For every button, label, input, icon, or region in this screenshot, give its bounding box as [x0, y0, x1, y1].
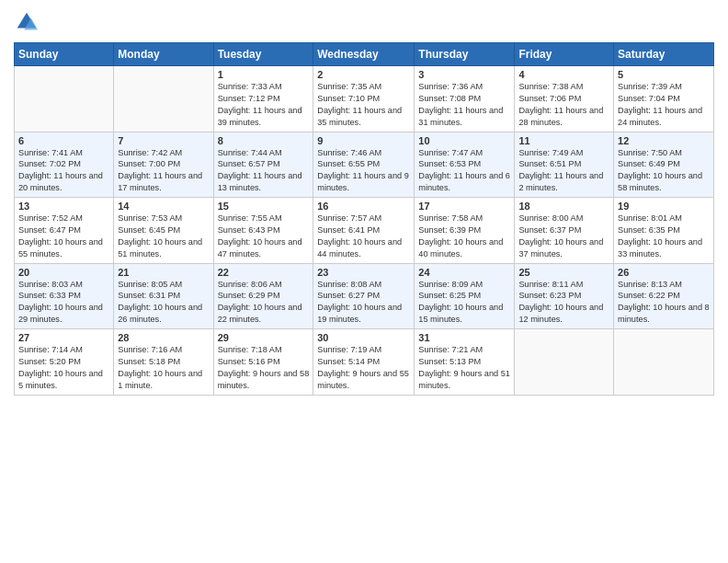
day-info: Sunrise: 7:21 AMSunset: 5:13 PMDaylight:…	[418, 344, 510, 392]
day-number: 21	[118, 267, 209, 278]
day-number: 10	[418, 135, 510, 146]
day-info: Sunrise: 7:50 AMSunset: 6:49 PMDaylight:…	[618, 147, 710, 195]
day-number: 5	[618, 69, 710, 80]
weekday-header-monday: Monday	[114, 43, 213, 66]
day-info: Sunrise: 7:53 AMSunset: 6:45 PMDaylight:…	[118, 213, 209, 260]
day-number: 20	[18, 267, 109, 278]
calendar-cell: 7Sunrise: 7:42 AMSunset: 7:00 PMDaylight…	[114, 132, 213, 198]
calendar-cell: 29Sunrise: 7:18 AMSunset: 5:16 PMDayligh…	[213, 329, 313, 396]
calendar-cell: 16Sunrise: 7:57 AMSunset: 6:41 PMDayligh…	[313, 198, 415, 264]
calendar-cell: 22Sunrise: 8:06 AMSunset: 6:29 PMDayligh…	[213, 263, 313, 329]
day-number: 25	[518, 267, 609, 278]
calendar-cell: 2Sunrise: 7:35 AMSunset: 7:10 PMDaylight…	[313, 66, 415, 132]
calendar-cell: 15Sunrise: 7:55 AMSunset: 6:43 PMDayligh…	[213, 198, 313, 264]
day-number: 31	[418, 332, 510, 343]
header	[14, 9, 714, 35]
day-info: Sunrise: 8:03 AMSunset: 6:33 PMDaylight:…	[18, 279, 109, 327]
calendar-page: SundayMondayTuesdayWednesdayThursdayFrid…	[0, 0, 728, 563]
day-info: Sunrise: 7:49 AMSunset: 6:51 PMDaylight:…	[518, 147, 609, 195]
day-number: 4	[518, 69, 609, 80]
calendar-table: SundayMondayTuesdayWednesdayThursdayFrid…	[14, 42, 714, 396]
day-info: Sunrise: 8:13 AMSunset: 6:22 PMDaylight:…	[618, 279, 710, 327]
weekday-header-sunday: Sunday	[15, 43, 114, 66]
calendar-cell	[515, 329, 614, 396]
logo-icon	[14, 9, 40, 35]
day-info: Sunrise: 8:08 AMSunset: 6:27 PMDaylight:…	[317, 279, 410, 327]
calendar-cell: 26Sunrise: 8:13 AMSunset: 6:22 PMDayligh…	[614, 263, 714, 329]
calendar-cell: 28Sunrise: 7:16 AMSunset: 5:18 PMDayligh…	[114, 329, 213, 396]
day-number: 26	[618, 267, 710, 278]
day-info: Sunrise: 7:44 AMSunset: 6:57 PMDaylight:…	[218, 147, 310, 195]
day-info: Sunrise: 7:33 AMSunset: 7:12 PMDaylight:…	[218, 81, 310, 129]
day-info: Sunrise: 8:06 AMSunset: 6:29 PMDaylight:…	[218, 279, 310, 327]
day-info: Sunrise: 7:35 AMSunset: 7:10 PMDaylight:…	[317, 81, 410, 129]
day-number: 23	[317, 267, 410, 278]
weekday-header-row: SundayMondayTuesdayWednesdayThursdayFrid…	[15, 43, 714, 66]
day-info: Sunrise: 7:36 AMSunset: 7:08 PMDaylight:…	[418, 81, 510, 129]
calendar-cell: 3Sunrise: 7:36 AMSunset: 7:08 PMDaylight…	[415, 66, 515, 132]
calendar-cell: 30Sunrise: 7:19 AMSunset: 5:14 PMDayligh…	[313, 329, 415, 396]
calendar-cell: 9Sunrise: 7:46 AMSunset: 6:55 PMDaylight…	[313, 132, 415, 198]
calendar-cell: 11Sunrise: 7:49 AMSunset: 6:51 PMDayligh…	[515, 132, 614, 198]
calendar-week-row: 20Sunrise: 8:03 AMSunset: 6:33 PMDayligh…	[15, 263, 714, 329]
calendar-cell: 27Sunrise: 7:14 AMSunset: 5:20 PMDayligh…	[15, 329, 114, 396]
day-number: 12	[618, 135, 710, 146]
calendar-cell	[614, 329, 714, 396]
calendar-week-row: 6Sunrise: 7:41 AMSunset: 7:02 PMDaylight…	[15, 132, 714, 198]
day-number: 13	[18, 201, 109, 212]
day-info: Sunrise: 8:00 AMSunset: 6:37 PMDaylight:…	[518, 213, 609, 260]
calendar-cell: 17Sunrise: 7:58 AMSunset: 6:39 PMDayligh…	[415, 198, 515, 264]
calendar-cell: 5Sunrise: 7:39 AMSunset: 7:04 PMDaylight…	[614, 66, 714, 132]
weekday-header-saturday: Saturday	[614, 43, 714, 66]
day-number: 6	[18, 135, 109, 146]
calendar-cell: 14Sunrise: 7:53 AMSunset: 6:45 PMDayligh…	[114, 198, 213, 264]
calendar-cell: 18Sunrise: 8:00 AMSunset: 6:37 PMDayligh…	[515, 198, 614, 264]
day-info: Sunrise: 7:58 AMSunset: 6:39 PMDaylight:…	[418, 213, 510, 260]
day-info: Sunrise: 7:55 AMSunset: 6:43 PMDaylight:…	[218, 213, 310, 260]
calendar-cell: 21Sunrise: 8:05 AMSunset: 6:31 PMDayligh…	[114, 263, 213, 329]
calendar-cell: 24Sunrise: 8:09 AMSunset: 6:25 PMDayligh…	[415, 263, 515, 329]
calendar-cell: 10Sunrise: 7:47 AMSunset: 6:53 PMDayligh…	[415, 132, 515, 198]
day-number: 28	[118, 332, 209, 343]
day-info: Sunrise: 7:19 AMSunset: 5:14 PMDaylight:…	[317, 344, 410, 392]
day-number: 15	[218, 201, 310, 212]
day-number: 19	[618, 201, 710, 212]
day-number: 11	[518, 135, 609, 146]
day-number: 8	[218, 135, 310, 146]
day-info: Sunrise: 7:14 AMSunset: 5:20 PMDaylight:…	[18, 344, 109, 392]
calendar-cell: 4Sunrise: 7:38 AMSunset: 7:06 PMDaylight…	[515, 66, 614, 132]
day-number: 29	[218, 332, 310, 343]
day-info: Sunrise: 7:52 AMSunset: 6:47 PMDaylight:…	[18, 213, 109, 260]
day-info: Sunrise: 7:41 AMSunset: 7:02 PMDaylight:…	[18, 147, 109, 195]
day-number: 24	[418, 267, 510, 278]
calendar-week-row: 27Sunrise: 7:14 AMSunset: 5:20 PMDayligh…	[15, 329, 714, 396]
day-info: Sunrise: 7:16 AMSunset: 5:18 PMDaylight:…	[118, 344, 209, 392]
day-info: Sunrise: 8:05 AMSunset: 6:31 PMDaylight:…	[118, 279, 209, 327]
calendar-cell: 13Sunrise: 7:52 AMSunset: 6:47 PMDayligh…	[15, 198, 114, 264]
day-info: Sunrise: 7:47 AMSunset: 6:53 PMDaylight:…	[418, 147, 510, 195]
calendar-cell: 8Sunrise: 7:44 AMSunset: 6:57 PMDaylight…	[213, 132, 313, 198]
day-number: 7	[118, 135, 209, 146]
day-info: Sunrise: 8:01 AMSunset: 6:35 PMDaylight:…	[618, 213, 710, 260]
weekday-header-friday: Friday	[515, 43, 614, 66]
calendar-cell: 31Sunrise: 7:21 AMSunset: 5:13 PMDayligh…	[415, 329, 515, 396]
weekday-header-tuesday: Tuesday	[213, 43, 313, 66]
day-info: Sunrise: 7:39 AMSunset: 7:04 PMDaylight:…	[618, 81, 710, 129]
calendar-cell: 25Sunrise: 8:11 AMSunset: 6:23 PMDayligh…	[515, 263, 614, 329]
day-number: 9	[317, 135, 410, 146]
weekday-header-thursday: Thursday	[415, 43, 515, 66]
day-info: Sunrise: 7:46 AMSunset: 6:55 PMDaylight:…	[317, 147, 410, 195]
day-number: 3	[418, 69, 510, 80]
day-number: 27	[18, 332, 109, 343]
day-number: 22	[218, 267, 310, 278]
calendar-cell	[15, 66, 114, 132]
day-info: Sunrise: 8:11 AMSunset: 6:23 PMDaylight:…	[518, 279, 609, 327]
day-info: Sunrise: 7:57 AMSunset: 6:41 PMDaylight:…	[317, 213, 410, 260]
day-number: 1	[218, 69, 310, 80]
day-number: 30	[317, 332, 410, 343]
day-info: Sunrise: 7:18 AMSunset: 5:16 PMDaylight:…	[218, 344, 310, 392]
day-number: 14	[118, 201, 209, 212]
day-number: 16	[317, 201, 410, 212]
day-info: Sunrise: 7:42 AMSunset: 7:00 PMDaylight:…	[118, 147, 209, 195]
weekday-header-wednesday: Wednesday	[313, 43, 415, 66]
